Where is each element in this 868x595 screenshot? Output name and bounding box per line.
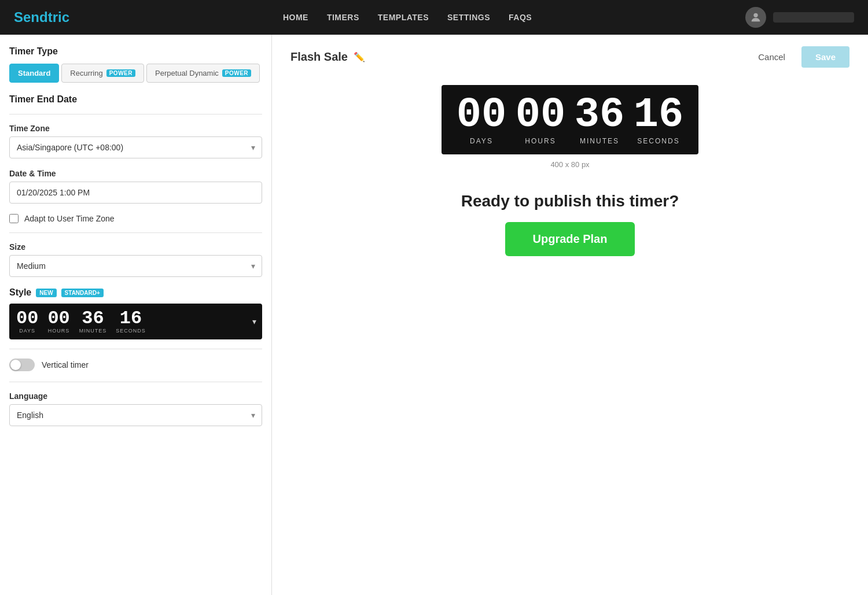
- display-seconds-seg: 16 SECONDS: [632, 94, 685, 145]
- display-seconds-lbl: SECONDS: [632, 137, 685, 145]
- vertical-timer-row: Vertical timer: [9, 359, 262, 371]
- preview-minutes-seg: 36 MINUTES: [79, 309, 107, 334]
- display-seconds-num: 16: [632, 94, 685, 136]
- display-minutes-num: 36: [573, 94, 626, 136]
- nav-right: [745, 7, 854, 28]
- adapt-timezone-row: Adapt to User Time Zone: [9, 214, 262, 223]
- display-hours-seg: 00 HOURS: [514, 94, 567, 145]
- timer-type-label: Timer Type: [9, 46, 262, 57]
- timer-title-text: Flash Sale: [290, 50, 348, 64]
- timezone-label: Time Zone: [9, 124, 262, 133]
- language-select-wrapper: English: [9, 404, 262, 426]
- vertical-timer-label: Vertical timer: [42, 360, 89, 369]
- divider-4: [9, 382, 262, 382]
- preview-seconds-num: 16: [116, 309, 146, 328]
- timezone-group: Time Zone Asia/Singapore (UTC +08:00): [9, 124, 262, 158]
- language-group: Language English: [9, 391, 262, 426]
- language-label: Language: [9, 391, 262, 401]
- timer-display-container: 00 DAYS 00 HOURS 36 MINUTES 16 SECONDS 4…: [290, 85, 849, 169]
- nav-home[interactable]: HOME: [283, 13, 308, 22]
- timer-type-perpetual[interactable]: Perpetual Dynamic POWER: [146, 64, 260, 83]
- display-days-seg: 00 DAYS: [455, 94, 507, 145]
- nav-timers[interactable]: TIMERS: [327, 13, 359, 22]
- perpetual-power-badge: POWER: [222, 69, 251, 77]
- brand-logo[interactable]: Sendtric: [14, 9, 69, 25]
- preview-hours-lbl: HOURS: [47, 328, 69, 334]
- datetime-label: Date & Time: [9, 169, 262, 178]
- adapt-timezone-checkbox[interactable]: [9, 214, 19, 223]
- preview-hours-num: 00: [47, 309, 69, 328]
- timer-size-label: 400 x 80 px: [550, 160, 589, 169]
- brand-text-main: Send: [14, 9, 48, 25]
- content-area: Flash Sale ✏️ Cancel Save 00 DAYS 00 HOU…: [272, 35, 868, 595]
- display-hours-num: 00: [514, 94, 567, 136]
- brand-text-highlight: tric: [48, 9, 69, 25]
- timezone-select-wrapper: Asia/Singapore (UTC +08:00): [9, 136, 262, 158]
- nav-faqs[interactable]: FAQS: [509, 13, 532, 22]
- display-days-num: 00: [455, 94, 507, 136]
- display-minutes-lbl: MINUTES: [573, 137, 626, 145]
- preview-minutes-num: 36: [79, 309, 107, 328]
- user-name-bar: [773, 12, 854, 23]
- style-header: Style NEW STANDARD+: [9, 287, 262, 298]
- vertical-timer-toggle[interactable]: [9, 359, 35, 371]
- size-select-wrapper: Medium: [9, 255, 262, 277]
- preview-seconds-lbl: SECONDS: [116, 328, 146, 334]
- timer-display: 00 DAYS 00 HOURS 36 MINUTES 16 SECONDS: [442, 85, 698, 154]
- header-actions: Cancel Save: [749, 46, 849, 68]
- content-header: Flash Sale ✏️ Cancel Save: [290, 46, 849, 68]
- upgrade-plan-button[interactable]: Upgrade Plan: [505, 222, 635, 256]
- navbar: Sendtric HOME TIMERS TEMPLATES SETTINGS …: [0, 0, 868, 35]
- display-minutes-seg: 36 MINUTES: [573, 94, 626, 145]
- datetime-input[interactable]: [9, 182, 262, 204]
- nav-links: HOME TIMERS TEMPLATES SETTINGS FAQS: [88, 13, 727, 22]
- publish-section: Ready to publish this timer? Upgrade Pla…: [290, 192, 849, 256]
- style-new-badge: NEW: [36, 289, 56, 297]
- timer-end-date-label: Timer End Date: [9, 94, 262, 105]
- timer-type-standard[interactable]: Standard: [9, 64, 59, 83]
- timer-title-row: Flash Sale ✏️: [290, 50, 365, 64]
- publish-title: Ready to publish this timer?: [461, 192, 679, 210]
- svg-point-0: [753, 13, 757, 17]
- preview-hours-seg: 00 HOURS: [47, 309, 69, 334]
- preview-days-num: 00: [16, 309, 38, 328]
- style-label: Style: [9, 287, 31, 298]
- divider-2: [9, 232, 262, 233]
- adapt-timezone-label[interactable]: Adapt to User Time Zone: [24, 214, 115, 223]
- size-group: Size Medium: [9, 242, 262, 277]
- nav-templates[interactable]: TEMPLATES: [378, 13, 429, 22]
- timer-style-preview[interactable]: 00 DAYS 00 HOURS 36 MINUTES 16 SECONDS ▾: [9, 304, 262, 339]
- nav-settings[interactable]: SETTINGS: [447, 13, 490, 22]
- sidebar: Timer Type Standard Recurring POWER Perp…: [0, 35, 272, 595]
- size-select[interactable]: Medium: [9, 255, 262, 277]
- preview-days-lbl: DAYS: [16, 328, 38, 334]
- datetime-group: Date & Time: [9, 169, 262, 204]
- timer-type-buttons: Standard Recurring POWER Perpetual Dynam…: [9, 64, 262, 83]
- timezone-select[interactable]: Asia/Singapore (UTC +08:00): [9, 136, 262, 158]
- save-button[interactable]: Save: [801, 46, 849, 68]
- style-dropdown-arrow: ▾: [252, 317, 256, 326]
- avatar[interactable]: [745, 7, 766, 28]
- preview-seconds-seg: 16 SECONDS: [116, 309, 146, 334]
- recurring-power-badge: POWER: [106, 69, 135, 77]
- language-select[interactable]: English: [9, 404, 262, 426]
- style-standardplus-badge: STANDARD+: [61, 289, 104, 297]
- divider-3: [9, 349, 262, 349]
- preview-minutes-lbl: MINUTES: [79, 328, 107, 334]
- size-label: Size: [9, 242, 262, 252]
- cancel-button[interactable]: Cancel: [749, 47, 795, 66]
- timer-type-recurring[interactable]: Recurring POWER: [61, 64, 144, 83]
- divider-1: [9, 114, 262, 114]
- main-layout: Timer Type Standard Recurring POWER Perp…: [0, 35, 868, 595]
- edit-title-icon[interactable]: ✏️: [354, 51, 365, 62]
- preview-days-seg: 00 DAYS: [16, 309, 38, 334]
